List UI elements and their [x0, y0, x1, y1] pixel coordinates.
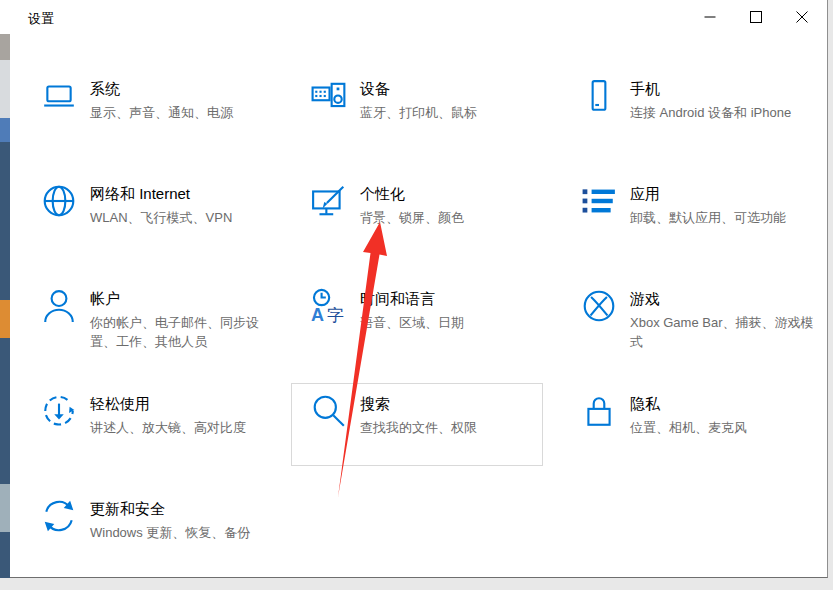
tile-title: 时间和语言: [360, 289, 552, 309]
minimize-icon: [704, 11, 716, 23]
tile-ease-of-access[interactable]: 轻松使用 讲述人、放大镜、高对比度: [38, 390, 294, 495]
clock-language-icon: A 字: [308, 288, 350, 324]
devices-icon: [308, 78, 350, 114]
tile-title: 轻松使用: [90, 394, 282, 414]
desktop-edge: [0, 0, 10, 578]
tile-subtitle: 蓝牙、打印机、鼠标: [360, 103, 552, 122]
xbox-icon: [578, 288, 620, 324]
tile-subtitle: Xbox Game Bar、捕获、游戏模式: [630, 313, 822, 351]
tile-title: 隐私: [630, 394, 822, 414]
tile-time-language[interactable]: A 字 时间和语言 语音、区域、日期: [308, 285, 564, 390]
svg-text:A: A: [311, 305, 324, 324]
tile-subtitle: WLAN、飞行模式、VPN: [90, 208, 282, 227]
tile-network[interactable]: 网络和 Internet WLAN、飞行模式、VPN: [38, 180, 294, 285]
tile-subtitle: 位置、相机、麦克风: [630, 418, 822, 437]
tile-title: 网络和 Internet: [90, 184, 282, 204]
window-title: 设置: [28, 10, 54, 28]
window-controls: [687, 0, 825, 34]
search-icon: [308, 393, 350, 429]
tile-phone[interactable]: 手机 连接 Android 设备和 iPhone: [578, 75, 833, 180]
close-icon: [796, 11, 808, 23]
tile-subtitle: 你的帐户、电子邮件、同步设置、工作、其他人员: [90, 313, 282, 351]
tile-subtitle: 背景、锁屏、颜色: [360, 208, 552, 227]
tile-title: 个性化: [360, 184, 552, 204]
tile-title: 系统: [90, 79, 282, 99]
desktop-edge-segment: [0, 34, 10, 60]
tile-title: 手机: [630, 79, 822, 99]
tile-title: 搜索: [360, 394, 552, 414]
tile-devices[interactable]: 设备 蓝牙、打印机、鼠标: [308, 75, 564, 180]
desktop-edge-segment: [0, 0, 10, 34]
tile-update-security[interactable]: 更新和安全 Windows 更新、恢复、备份: [38, 495, 294, 590]
tile-subtitle: 卸载、默认应用、可选功能: [630, 208, 822, 227]
tile-subtitle: 语音、区域、日期: [360, 313, 552, 332]
titlebar: 设置: [10, 0, 827, 36]
tile-privacy[interactable]: 隐私 位置、相机、麦克风: [578, 390, 833, 495]
maximize-icon: [750, 11, 762, 23]
close-button[interactable]: [779, 0, 825, 34]
tile-title: 应用: [630, 184, 822, 204]
tile-system[interactable]: 系统 显示、声音、通知、电源: [38, 75, 294, 180]
tile-accounts[interactable]: 帐户 你的帐户、电子邮件、同步设置、工作、其他人员: [38, 285, 294, 390]
tile-subtitle: 查找我的文件、权限: [360, 418, 552, 437]
tile-title: 帐户: [90, 289, 282, 309]
tile-personalization[interactable]: 个性化 背景、锁屏、颜色: [308, 180, 564, 285]
globe-icon: [38, 183, 80, 219]
maximize-button[interactable]: [733, 0, 779, 34]
tile-subtitle: 讲述人、放大镜、高对比度: [90, 418, 282, 437]
desktop-edge-segment: [0, 60, 10, 118]
settings-window: 设置 系统 显示、声音、通知、电源: [10, 0, 828, 578]
desktop-icon-sliver: [0, 300, 10, 338]
laptop-icon: [38, 78, 80, 114]
ease-of-access-icon: [38, 393, 80, 429]
tile-search[interactable]: 搜索 查找我的文件、权限: [308, 390, 564, 495]
tile-title: 设备: [360, 79, 552, 99]
tile-subtitle: 连接 Android 设备和 iPhone: [630, 103, 822, 122]
phone-icon: [578, 78, 620, 114]
tile-subtitle: Windows 更新、恢复、备份: [90, 523, 282, 542]
lock-icon: [578, 393, 620, 429]
tile-gaming[interactable]: 游戏 Xbox Game Bar、捕获、游戏模式: [578, 285, 833, 390]
tile-apps[interactable]: 应用 卸载、默认应用、可选功能: [578, 180, 833, 285]
settings-grid: 系统 显示、声音、通知、电源 设备 蓝牙、打印机、鼠标: [38, 75, 833, 590]
apps-list-icon: [578, 183, 620, 219]
desktop-edge-segment: [0, 118, 10, 142]
person-icon: [38, 288, 80, 324]
minimize-button[interactable]: [687, 0, 733, 34]
tile-subtitle: 显示、声音、通知、电源: [90, 103, 282, 122]
svg-text:字: 字: [327, 305, 344, 324]
sync-icon: [38, 498, 80, 534]
personalization-icon: [308, 183, 350, 219]
tile-title: 游戏: [630, 289, 822, 309]
tile-title: 更新和安全: [90, 499, 282, 519]
desktop-icon-sliver: [0, 484, 10, 532]
